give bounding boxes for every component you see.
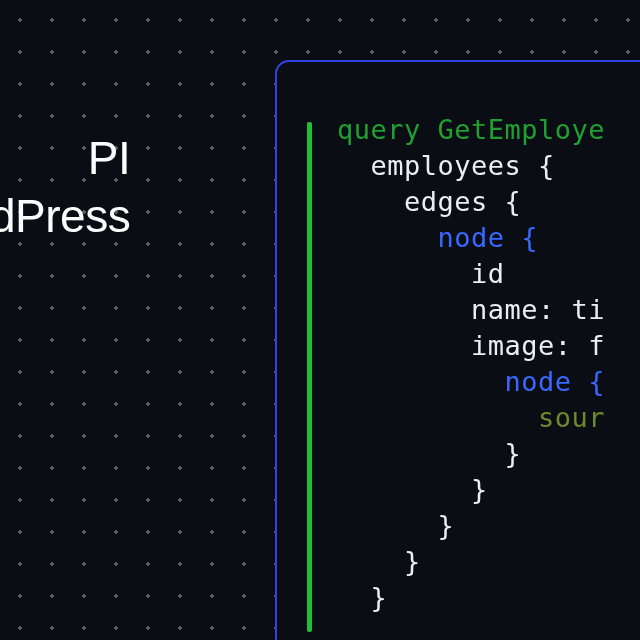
code-gutter-bar <box>307 122 312 632</box>
code-block[interactable]: query GetEmploye employees { edges { nod… <box>277 112 640 616</box>
code-text: GetEmploye <box>421 114 605 145</box>
editor-canvas: PI dPress query GetEmploye employees { e… <box>0 0 640 640</box>
code-brace: } <box>371 582 388 613</box>
heading-line-2: dPress <box>0 188 130 246</box>
code-keyword: query <box>337 114 421 145</box>
code-text: edges { <box>404 186 521 217</box>
code-text: employees { <box>371 150 555 181</box>
code-text: name: ti <box>471 294 605 325</box>
code-inner: query GetEmploye employees { edges { nod… <box>277 62 640 640</box>
code-field: node { <box>505 366 606 397</box>
heading-line-1: PI <box>0 130 130 188</box>
code-brace: } <box>471 474 488 505</box>
code-brace: } <box>404 546 421 577</box>
code-brace: } <box>505 438 522 469</box>
code-text: id <box>471 258 505 289</box>
code-text: sour <box>538 402 605 433</box>
code-text: image: f <box>471 330 605 361</box>
heading-partial: PI dPress <box>0 130 130 245</box>
code-field: node { <box>438 222 539 253</box>
code-window: query GetEmploye employees { edges { nod… <box>275 60 640 640</box>
code-brace: } <box>438 510 455 541</box>
